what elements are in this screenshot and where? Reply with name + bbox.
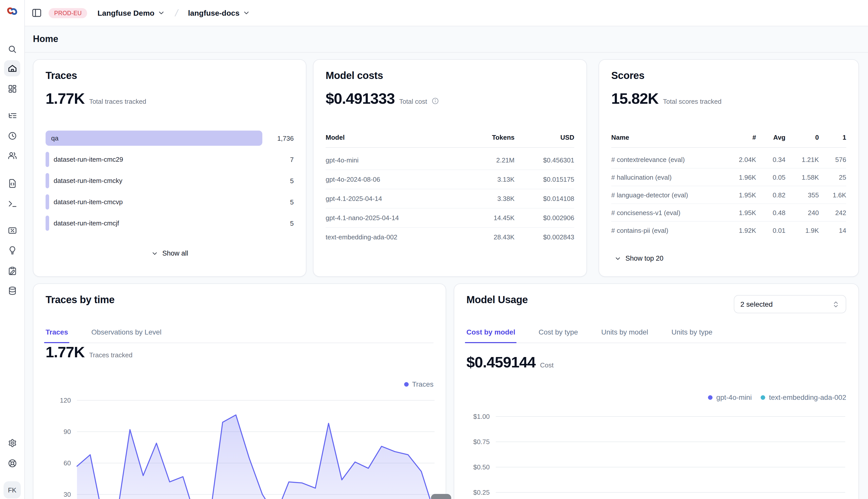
model-select[interactable]: 2 selected [734,295,846,313]
svg-text:$0.75: $0.75 [473,438,490,446]
sidebar-item-home[interactable] [4,60,20,76]
sidebar-item-settings[interactable] [4,435,20,451]
legend-dot-icon [404,382,408,386]
table-cell: 576 [819,156,846,163]
tab-cost-by-model[interactable]: Cost by model [466,326,515,343]
sidebar-item-search[interactable] [4,41,20,57]
table-cell: 0.05 [756,173,785,181]
table-cell: 0.34 [756,156,785,163]
page-header: Home [24,26,868,53]
dashboards-icon [7,84,17,93]
table-cell: # contains-pii (eval) [611,227,727,234]
sidebar-item-playground[interactable] [4,195,20,211]
trace-bar [46,131,262,146]
scores-card: Scores 15.82K Total scores tracked Name … [598,59,859,277]
table-cell: 355 [785,191,819,199]
show-all-button[interactable]: Show all [148,249,191,258]
sidebar-item-support[interactable] [4,455,20,471]
table-cell: 2.21M [468,156,514,164]
table-row: gpt-4.1-nano-2025-04-1414.45K$0.002906 [325,208,574,228]
table-cell: 25 [819,173,846,181]
org-switcher[interactable]: Langfuse Demo [94,8,168,18]
sidebar-item-tracing[interactable] [4,107,20,123]
svg-text:30: 30 [63,491,71,498]
table-cell: text-embedding-ada-002 [325,233,468,241]
model-usage-legend: gpt-4o-minitext-embedding-ada-002 [708,393,846,401]
show-top-20-button[interactable]: Show top 20 [611,254,666,263]
life-buoy-icon [7,458,17,468]
user-avatar[interactable]: FK [3,481,21,499]
chevrons-up-down-icon [832,300,840,308]
model-usage-chart: $1.00$0.75$0.50$0.25 [466,405,847,499]
environment-badge: PROD-EU [49,8,87,18]
trace-bar [46,216,49,231]
home-icon [7,63,17,73]
model-costs-card: Model costs $0.491333 Total cost Model T… [313,59,587,277]
project-name: langfuse-docs [188,9,239,17]
percent-box-icon [7,226,17,235]
sidebar-item-evals[interactable] [4,222,20,239]
legend-dot-icon [708,395,713,400]
table-cell: $0.015175 [514,175,574,183]
trace-bar-row: dataset-run-item-cmc297 [46,152,294,167]
card-title: Traces [46,70,77,82]
table-cell: 28.43K [468,233,514,241]
tab-units-by-type[interactable]: Units by type [671,326,713,343]
table-cell: 1.21K [785,156,819,163]
topbar: PROD-EU Langfuse Demo / langfuse-docs [24,0,868,26]
table-cell: $0.456301 [514,156,574,164]
model-usage-metric: $0.459144 Cost [466,354,554,371]
traces-bar-list: qa1,736dataset-run-item-cmc297dataset-ru… [46,131,294,237]
sidebar-item-datasets[interactable] [4,282,20,299]
info-icon[interactable] [432,96,439,104]
table-row: # language-detector (eval)1.95K0.823551.… [611,186,846,204]
table-cell: 14 [819,227,846,234]
svg-text:90: 90 [63,428,71,436]
table-cell: gpt-4o-mini [325,156,468,164]
trace-bar-row: dataset-run-item-cmcky5 [46,173,294,188]
table-cell: # hallucination (eval) [611,173,727,181]
sidebar-item-dashboards[interactable] [4,81,20,97]
svg-text:$0.25: $0.25 [473,489,490,496]
trace-bar-label: qa [51,134,59,142]
svg-text:$0.50: $0.50 [473,463,490,471]
scores-table-body: # contextrelevance (eval)2.04K0.341.21K5… [611,151,846,239]
tab-cost-by-type[interactable]: Cost by type [538,326,578,343]
model-costs-metric: $0.491333 Total cost [325,90,439,107]
table-cell: 3.13K [468,175,514,183]
traces-by-time-card: Traces by time TracesObservations by Lev… [33,283,446,499]
traces-metric: 1.77K Total traces tracked [46,90,146,107]
trace-bar [46,173,49,188]
page-title: Home [24,26,868,52]
sidebar-item-annotation-queues[interactable] [4,263,20,279]
table-cell: $0.002906 [514,214,574,222]
project-switcher[interactable]: langfuse-docs [185,8,253,18]
sidebar-item-prompts[interactable] [4,175,20,191]
org-name: Langfuse Demo [97,9,154,17]
trace-bar-value: 5 [262,177,294,184]
sidebar-item-users[interactable] [4,147,20,163]
tab-units-by-model[interactable]: Units by model [602,326,648,343]
table-cell: # language-detector (eval) [611,191,727,199]
sidebar-toggle-button[interactable] [32,8,42,18]
table-cell: # conciseness-v1 (eval) [611,209,727,216]
workspace-logo[interactable] [5,4,19,18]
traces-by-time-tabs: TracesObservations by Level [46,326,433,343]
table-cell: 2.04K [727,156,756,163]
sidebar-item-sessions[interactable] [4,127,20,144]
traces-by-time-metric: 1.77K Traces tracked [46,344,132,361]
tab-traces[interactable]: Traces [46,326,68,343]
table-cell: 1.9K [785,227,819,234]
svg-text:60: 60 [63,459,71,467]
tracing-tree-icon [7,111,17,120]
table-row: gpt-4o-2024-08-063.13K$0.015175 [325,170,574,189]
trace-bar [46,152,49,167]
table-cell: 3.38K [468,195,514,203]
tab-observations-by-level[interactable]: Observations by Level [92,326,162,343]
table-cell: $0.014108 [514,195,574,203]
card-title: Model costs [325,70,383,82]
trace-bar-row: dataset-run-item-cmcvp5 [46,194,294,209]
horizontal-scrollbar-thumb[interactable] [431,494,451,499]
table-cell: 242 [819,209,846,216]
sidebar-item-ideas[interactable] [4,242,20,258]
